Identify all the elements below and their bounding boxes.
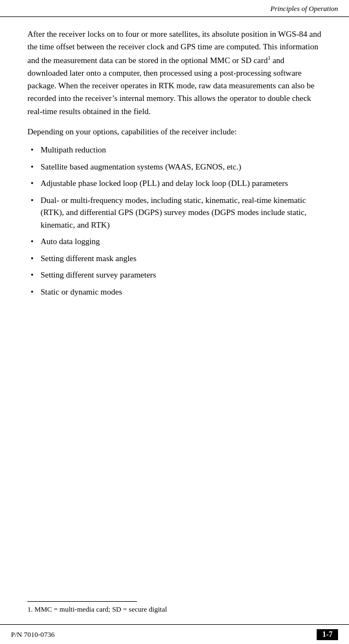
- header-title: Principles of Operation: [271, 4, 339, 13]
- list-item: Dual- or multi-frequency modes, includin…: [27, 194, 322, 231]
- list-item: Setting different survey parameters: [27, 269, 322, 281]
- footnote-number: 1.: [27, 605, 33, 613]
- footer-part-number: P/N 7010-0736: [11, 630, 55, 639]
- list-item: Auto data logging: [27, 235, 322, 248]
- footnote-text: 1. MMC = multi-media card; SD = secure d…: [27, 605, 322, 614]
- header-bar: Principles of Operation: [0, 0, 349, 17]
- footnote-divider: [27, 601, 137, 602]
- list-item: Setting different mask angles: [27, 252, 322, 265]
- list-item: Multipath reduction: [27, 144, 322, 156]
- page-container: Principles of Operation After the receiv…: [0, 0, 349, 644]
- footer-bar: P/N 7010-0736 1-7: [0, 624, 349, 644]
- list-item: Adjustable phase locked loop (PLL) and d…: [27, 177, 322, 190]
- capabilities-intro: Depending on your options, capabilities …: [27, 126, 322, 138]
- list-item: Static or dynamic modes: [27, 286, 322, 298]
- footnote-content: MMC = multi-media card; SD = secure digi…: [35, 605, 167, 613]
- content-area: After the receiver locks on to four or m…: [0, 17, 349, 314]
- intro-paragraph: After the receiver locks on to four or m…: [27, 28, 322, 118]
- list-item: Satellite based augmentation systems (WA…: [27, 161, 322, 173]
- footnote-section: 1. MMC = multi-media card; SD = secure d…: [27, 601, 322, 614]
- bullet-list: Multipath reductionSatellite based augme…: [27, 144, 322, 298]
- footer-page-number: 1-7: [317, 629, 338, 640]
